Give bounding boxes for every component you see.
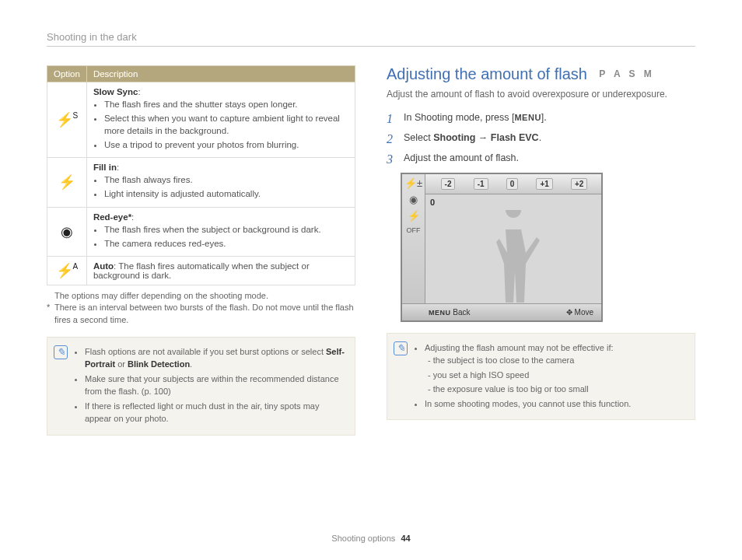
step-item: 3 Adjust the amount of flash. bbox=[387, 152, 695, 166]
left-column: Option Description ⚡S Slow Sync: The fla… bbox=[47, 65, 355, 436]
note-item: In some shooting modes, you cannot use t… bbox=[425, 397, 631, 411]
options-table: Option Description ⚡S Slow Sync: The fla… bbox=[47, 65, 355, 285]
table-row: ⚡A Auto: The flash fires automatically w… bbox=[47, 256, 355, 285]
table-row: ◉ Red-eye*: The flash fires when the sub… bbox=[47, 207, 355, 256]
page-header: Shooting in the dark bbox=[47, 31, 695, 47]
menu-glyph: MENU bbox=[514, 113, 541, 122]
scale-tick: -2 bbox=[441, 178, 456, 190]
flash-off-icon: OFF bbox=[407, 226, 421, 234]
table-row: ⚡S Slow Sync: The flash fires and the sh… bbox=[47, 82, 355, 158]
note-icon: ✎ bbox=[54, 345, 68, 359]
move-label: Move bbox=[575, 308, 593, 317]
note-subitem: the exposure value is too big or too sma… bbox=[428, 383, 631, 396]
cell-desc: Auto: The flash fires automatically when… bbox=[86, 256, 355, 285]
camera-screen-mock: ⚡± ◉ ⚡ OFF -2 -1 0 +1 +2 0 bbox=[401, 173, 603, 322]
cam-sidebar: ⚡± ◉ ⚡ OFF bbox=[402, 174, 425, 303]
flash-side-icon: ⚡ bbox=[408, 210, 420, 222]
flash-s-icon: ⚡S bbox=[47, 82, 87, 158]
cam-scale: -2 -1 0 +1 +2 bbox=[402, 174, 601, 194]
opt-bullet: The flash always fires. bbox=[104, 173, 348, 186]
person-silhouette-icon bbox=[486, 210, 541, 303]
note-item: Adjusting the flash amount may not be ef… bbox=[425, 341, 631, 396]
opt-title: Red-eye* bbox=[93, 212, 131, 222]
note-item: If there is reflected light or much dust… bbox=[85, 400, 345, 425]
cell-desc: Slow Sync: The flash fires and the shutt… bbox=[86, 82, 355, 158]
flash-auto-icon: ⚡A bbox=[47, 256, 87, 285]
table-row: ⚡ Fill in: The flash always fires. Light… bbox=[47, 158, 355, 207]
opt-bullet: Light intensity is adjusted automaticall… bbox=[104, 187, 348, 200]
note-box-left: ✎ Flash options are not available if you… bbox=[47, 337, 355, 436]
back-label: Back bbox=[453, 308, 470, 317]
cam-preview: 0 bbox=[425, 194, 601, 303]
opt-bullet: Use a tripod to prevent your photos from… bbox=[104, 138, 348, 151]
step-item: 1 In Shooting mode, press [MENU]. bbox=[387, 112, 695, 126]
opt-bullet: Select this when you want to capture amb… bbox=[104, 112, 348, 137]
scale-tick: -1 bbox=[474, 178, 488, 190]
step-item: 2 Select Shooting → Flash EVC. bbox=[387, 132, 695, 146]
section-intro: Adjust the amount of flash to avoid over… bbox=[387, 88, 695, 101]
opt-bullet: The flash fires and the shutter stays op… bbox=[104, 98, 348, 110]
move-icon: ✥ bbox=[566, 308, 572, 317]
right-column: Adjusting the amount of flash P A S M Ad… bbox=[387, 65, 695, 436]
th-option: Option bbox=[47, 66, 87, 82]
th-desc: Description bbox=[86, 66, 355, 82]
scale-tick: +2 bbox=[571, 178, 587, 190]
note-icon: ✎ bbox=[394, 341, 408, 355]
mode-badges: P A S M bbox=[599, 68, 655, 79]
section-title: Adjusting the amount of flash bbox=[387, 65, 587, 83]
cam-bottom-bar: MENU Back ✥ Move bbox=[402, 303, 601, 320]
steps-list: 1 In Shooting mode, press [MENU]. 2 Sele… bbox=[387, 112, 695, 166]
cell-desc: Fill in: The flash always fires. Light i… bbox=[86, 158, 355, 207]
opt-title: Auto bbox=[93, 261, 114, 271]
flash-fill-icon: ⚡ bbox=[47, 158, 87, 207]
opt-inline: : The flash fires automatically when the… bbox=[93, 261, 310, 280]
step-number: 2 bbox=[387, 132, 397, 146]
redeye-icon: ◉ bbox=[47, 207, 87, 256]
footer-section: Shooting options bbox=[331, 534, 395, 543]
scale-tick: +1 bbox=[536, 178, 552, 190]
footnote: The options may differ depending on the … bbox=[54, 290, 268, 302]
note-item: Flash options are not available if you s… bbox=[85, 345, 345, 371]
note-item: Make sure that your subjects are within … bbox=[85, 373, 345, 398]
opt-bullet: The flash fires when the subject or back… bbox=[104, 223, 348, 236]
cam-value: 0 bbox=[430, 198, 435, 207]
table-footnotes: The options may differ depending on the … bbox=[47, 290, 355, 326]
step-number: 1 bbox=[387, 112, 397, 126]
opt-title: Fill in bbox=[93, 163, 117, 172]
scale-tick: 0 bbox=[506, 178, 519, 190]
redeye-side-icon: ◉ bbox=[409, 194, 418, 205]
opt-title: Slow Sync bbox=[93, 87, 138, 96]
note-box-right: ✎ Adjusting the flash amount may not be … bbox=[387, 333, 695, 421]
footnote: There is an interval between two bursts … bbox=[54, 302, 355, 326]
menu-label: MENU bbox=[429, 309, 451, 317]
header-title: Shooting in the dark bbox=[47, 31, 137, 43]
note-subitem: the subject is too close to the camera bbox=[428, 354, 631, 367]
note-subitem: you set a high ISO speed bbox=[428, 369, 631, 382]
opt-bullet: The camera reduces red-eyes. bbox=[104, 237, 348, 250]
content-columns: Option Description ⚡S Slow Sync: The fla… bbox=[47, 65, 695, 436]
page-number: 44 bbox=[401, 534, 410, 543]
cell-desc: Red-eye*: The flash fires when the subje… bbox=[86, 207, 355, 256]
flash-evc-icon: ⚡± bbox=[404, 177, 422, 189]
step-number: 3 bbox=[387, 152, 397, 166]
page-footer: Shooting options 44 bbox=[0, 534, 742, 543]
